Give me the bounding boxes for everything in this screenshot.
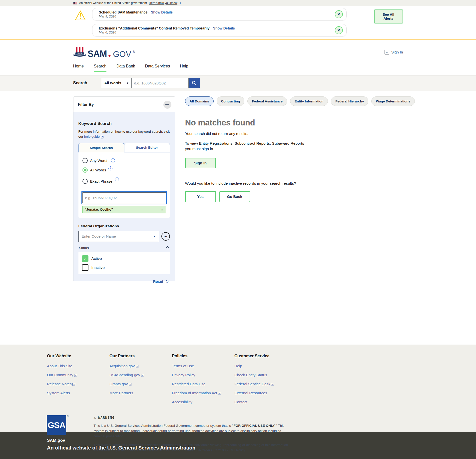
footer-link-federal-service-desk[interactable]: Federal Service Desk↗ xyxy=(234,382,297,386)
domain-pill-wage-determinations[interactable]: Wage Determinations xyxy=(371,96,415,106)
how-you-know-link[interactable]: Here’s how you know xyxy=(149,1,177,5)
close-icon: ✕ xyxy=(337,12,340,17)
info-icon[interactable]: i xyxy=(111,158,115,162)
nav-item-home[interactable]: Home xyxy=(73,64,84,72)
help-guide-link[interactable]: help guide xyxy=(84,135,100,138)
nav-item-search[interactable]: Search xyxy=(94,64,106,72)
tab-search-editor[interactable]: Search Editor xyxy=(124,143,170,152)
footer-link-system-alerts[interactable]: System Alerts xyxy=(47,391,109,395)
nav-item-data-services[interactable]: Data Services xyxy=(145,64,170,72)
keyword-search-input[interactable] xyxy=(82,192,166,203)
footer-link-help[interactable]: Help xyxy=(234,364,297,368)
reset-refresh-icon[interactable]: ↻ xyxy=(165,279,169,284)
radio-exact-phrase[interactable] xyxy=(82,179,88,184)
sign-in-label: Sign In xyxy=(391,50,403,54)
sign-in-requirement-text: To view Entity Registrations, Subcontrac… xyxy=(185,141,311,152)
alert-date: Mar 6, 2026 xyxy=(99,30,335,34)
caret-down-icon: ▼ xyxy=(153,235,156,238)
see-all-alerts-button[interactable]: See All Alerts xyxy=(374,9,403,23)
footer-link-grants-gov[interactable]: Grants.gov↗ xyxy=(109,382,172,386)
warning-title: WARNING xyxy=(98,416,114,420)
warning-icon: ⚠ xyxy=(93,415,96,420)
sam-gov-logo[interactable]: ★ ★ ★ SAM ★ GOV ® xyxy=(73,46,135,58)
chevron-up-icon[interactable] xyxy=(166,246,169,249)
inactive-records-question: Would you like to include inactive recor… xyxy=(185,181,415,186)
logo-star-icon: ★ xyxy=(108,54,111,58)
checkbox-active-checked[interactable]: ✓ xyxy=(82,255,88,262)
footer-link-external-resources[interactable]: External Resources xyxy=(234,391,297,395)
footer-link-acquisition-gov[interactable]: Acquisition.gov↗ xyxy=(109,364,172,368)
footer-link-check-entity-status[interactable]: Check Entity Status xyxy=(234,373,297,377)
go-back-button[interactable]: Go Back xyxy=(219,191,250,202)
uncle-sam-hat-icon: ★ ★ ★ xyxy=(73,46,86,58)
external-link-icon: ↗ xyxy=(271,383,274,386)
nav-item-data-bank[interactable]: Data Bank xyxy=(116,64,135,72)
domain-pill-all-domains[interactable]: All Domains xyxy=(185,96,214,106)
results-sign-in-button[interactable]: Sign In xyxy=(185,158,216,168)
alert-card: Exclusions “Additional Comments” Content… xyxy=(92,24,347,36)
keyword-chip-label: "Jonatas Coelho" xyxy=(85,208,113,211)
status-option-inactive[interactable]: Inactive xyxy=(82,264,166,271)
footer-col-title-customer-service: Customer Service xyxy=(234,354,297,358)
header-sign-in-link[interactable]: ← Sign In xyxy=(385,50,403,54)
footer-link-accessibility[interactable]: Accessibility xyxy=(172,400,234,404)
svg-text:★: ★ xyxy=(79,53,80,54)
domain-pill-federal-hierarchy[interactable]: Federal Hierarchy xyxy=(331,96,368,106)
federal-organizations-more-button[interactable]: ... xyxy=(161,232,170,241)
footer-link-more-partners[interactable]: More Partners xyxy=(109,391,172,395)
radio-all-words[interactable] xyxy=(82,167,88,173)
yes-button[interactable]: Yes xyxy=(185,191,216,202)
domain-pill-federal-assistance[interactable]: Federal Assistance xyxy=(247,96,287,106)
logo-gov-text: GOV xyxy=(113,50,131,58)
status-options-box: ✓ Active Inactive xyxy=(78,252,170,274)
external-link-icon: ↗ xyxy=(136,365,138,368)
federal-organizations-placeholder: Enter Code or Name xyxy=(82,234,116,238)
federal-organizations-title: Federal Organizations xyxy=(78,224,170,228)
search-submit-button[interactable] xyxy=(189,78,200,88)
radio-any-words[interactable] xyxy=(82,158,88,163)
alert-close-button[interactable]: ✕ xyxy=(335,26,343,34)
chip-remove-icon[interactable]: × xyxy=(161,208,163,212)
info-icon[interactable]: i xyxy=(108,166,112,170)
nav-item-help[interactable]: Help xyxy=(180,64,188,72)
search-band-label: Search xyxy=(73,80,102,85)
no-results-text: Your search did not return any results. xyxy=(185,131,415,136)
reset-filters-link[interactable]: Reset xyxy=(153,279,163,284)
footer-link-privacy-policy[interactable]: Privacy Policy xyxy=(172,373,234,377)
global-search-input[interactable] xyxy=(132,78,189,88)
checkbox-inactive-unchecked[interactable] xyxy=(82,264,88,271)
search-scope-select[interactable]: All Words ▼ xyxy=(102,78,132,88)
warning-triangle-icon: ⚠ xyxy=(73,8,88,36)
alert-show-details-link[interactable]: Show Details xyxy=(151,10,173,14)
footer-link-terms-of-use[interactable]: Terms of Use xyxy=(172,364,234,368)
site-header: ★ ★ ★ SAM ★ GOV ® ← Sign In xyxy=(0,40,476,64)
external-link-icon: ↗ xyxy=(72,383,75,386)
filter-collapse-button[interactable] xyxy=(163,101,171,109)
search-scope-value: All Words xyxy=(104,81,121,85)
tab-simple-search[interactable]: Simple Search xyxy=(78,143,124,152)
alert-show-details-link[interactable]: Show Details xyxy=(213,26,235,30)
status-active-label: Active xyxy=(91,256,102,261)
footer-link-usaspending-gov[interactable]: USASpending.gov↗ xyxy=(109,373,172,377)
main-nav: Home Search Data Bank Data Services Help xyxy=(0,64,476,75)
footer-link-about-this-site[interactable]: About This Site xyxy=(47,364,109,368)
footer-link-release-notes[interactable]: Release Notes↗ xyxy=(47,382,109,386)
page-footer: Our Website About This Site Our Communit… xyxy=(0,345,476,432)
alert-title: Exclusions “Additional Comments” Content… xyxy=(99,26,210,30)
alert-close-button[interactable]: ✕ xyxy=(335,10,343,18)
footer-col-title-our-partners: Our Partners xyxy=(109,354,172,358)
external-link-icon: ↗ xyxy=(74,374,77,377)
gov-banner-text: An official website of the United States… xyxy=(79,1,147,5)
external-link-icon: ↗ xyxy=(218,392,221,395)
footer-link-contact[interactable]: Contact xyxy=(234,400,297,404)
footer-link-our-community[interactable]: Our Community↗ xyxy=(47,373,109,377)
status-option-active[interactable]: ✓ Active xyxy=(82,255,166,262)
svg-text:★: ★ xyxy=(77,53,79,54)
federal-organizations-select[interactable]: Enter Code or Name ▼ xyxy=(78,231,159,242)
domain-pill-entity-information[interactable]: Entity Information xyxy=(290,96,328,106)
footer-link-restricted-data-use[interactable]: Restricted Data Use xyxy=(172,382,234,386)
alert-title: Scheduled SAM Maintenance xyxy=(99,10,147,14)
footer-link-foia[interactable]: Freedom of Information Act↗ xyxy=(172,391,234,395)
domain-pill-contracting[interactable]: Contracting xyxy=(217,96,245,106)
info-icon[interactable]: i xyxy=(115,177,119,181)
